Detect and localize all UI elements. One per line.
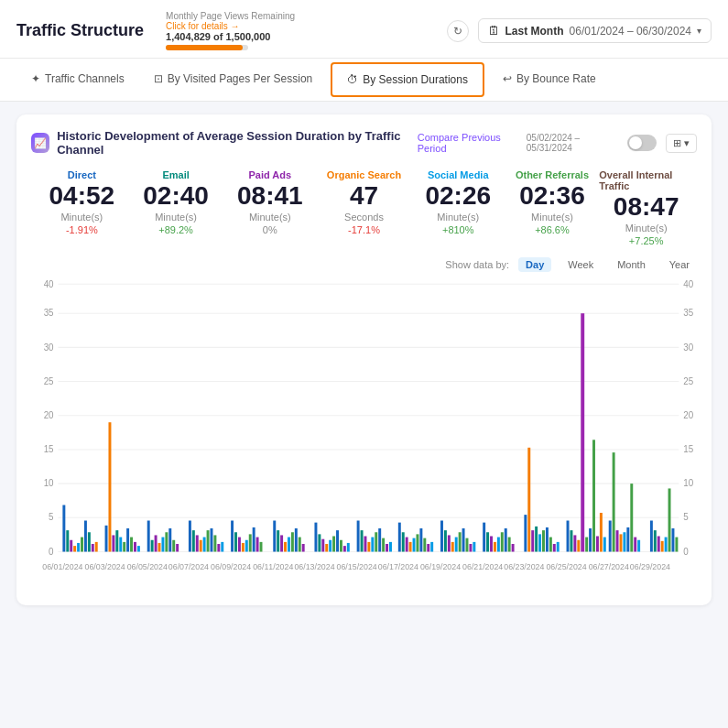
svg-text:15: 15 [683,444,693,454]
svg-rect-95 [361,530,364,551]
chart-title: Historic Development of Average Session … [57,129,418,157]
svg-rect-75 [273,520,276,551]
tab-traffic-channels[interactable]: ✦ Traffic Channels [16,63,139,96]
svg-rect-127 [494,542,496,552]
svg-rect-74 [260,542,263,552]
svg-rect-124 [483,522,485,551]
metric-internal-label: Overall Internal Traffic [599,169,693,191]
compare-toggle[interactable] [627,135,657,151]
svg-rect-30 [73,546,76,551]
svg-rect-69 [242,543,244,552]
svg-rect-97 [367,542,370,552]
svg-rect-87 [325,544,328,552]
nav-tabs: ✦ Traffic Channels ⊡ By Visited Pages Pe… [0,59,728,102]
svg-rect-141 [553,544,556,552]
svg-text:0: 0 [683,546,689,556]
chart-title-icon: 📈 [31,133,49,153]
chart-header-right: Compare Previous Period 05/02/2024 – 05/… [418,132,697,154]
metric-paid-label: Paid Ads [248,169,291,180]
svg-rect-115 [444,530,447,551]
view-options-button[interactable]: ⊞ ▾ [666,134,697,153]
svg-rect-35 [92,544,94,552]
metric-paid-ads: Paid Ads 08:41 Minute(s) 0% [223,169,317,235]
metric-email-value: 02:40 [143,182,209,211]
refresh-button[interactable]: ↻ [447,20,469,42]
period-month-button[interactable]: Month [610,257,653,272]
svg-rect-92 [343,546,346,551]
svg-rect-114 [440,520,443,551]
svg-rect-164 [654,530,657,551]
svg-rect-81 [295,528,298,552]
metric-paid-value: 08:41 [237,182,303,211]
svg-text:06/01/2024: 06/01/2024 [42,561,82,570]
svg-rect-36 [95,542,98,552]
svg-rect-71 [249,534,252,551]
metric-referrals-value: 02:36 [519,182,585,211]
svg-text:15: 15 [44,444,54,454]
svg-rect-86 [321,538,324,551]
toggle-knob [629,136,642,149]
page-views-label: Monthly Page Views Remaining [166,11,295,21]
svg-text:5: 5 [683,512,689,522]
period-year-button[interactable]: Year [662,257,697,272]
svg-rect-104 [398,522,401,551]
chevron-down-icon: ▾ [697,26,701,36]
svg-rect-63 [213,535,216,551]
svg-text:35: 35 [683,308,693,318]
metric-organic-change: -17.1% [348,224,380,235]
svg-rect-158 [623,532,625,551]
svg-text:0: 0 [49,546,54,556]
svg-rect-34 [88,532,91,551]
svg-rect-53 [168,528,171,552]
page-views-link[interactable]: Click for details → [166,21,295,31]
show-data-bar: Show data by: Day Week Month Year [31,257,697,272]
svg-text:06/27/2024: 06/27/2024 [589,561,629,570]
svg-rect-28 [66,530,69,551]
metric-paid-unit: Minute(s) [249,212,291,223]
svg-rect-29 [70,540,72,552]
svg-text:30: 30 [44,342,54,352]
svg-rect-128 [497,537,500,551]
svg-rect-139 [546,527,549,552]
chart-card: 📈 Historic Development of Average Sessio… [16,114,712,605]
svg-text:20: 20 [683,409,693,419]
compare-period-label: Compare Previous Period [418,132,521,154]
metric-direct-unit: Minute(s) [60,212,103,223]
period-week-button[interactable]: Week [560,257,601,272]
svg-rect-161 [634,537,636,551]
header-left: Traffic Structure Monthly Page Views Rem… [16,11,295,50]
svg-text:10: 10 [683,478,693,488]
svg-rect-79 [288,537,290,551]
svg-text:20: 20 [44,409,54,419]
metric-organic: Organic Search 47 Seconds -17.1% [317,169,411,235]
tab-session-durations[interactable]: ⏱ By Session Durations [331,62,484,97]
svg-rect-117 [451,542,454,552]
period-day-button[interactable]: Day [518,257,551,272]
tab-visited-pages[interactable]: ⊡ By Visited Pages Per Session [139,63,328,96]
metric-internal-unit: Minute(s) [625,223,668,234]
svg-rect-68 [238,537,241,551]
svg-rect-33 [84,520,87,551]
svg-rect-152 [600,513,603,552]
svg-rect-147 [581,313,584,551]
svg-rect-47 [147,520,150,551]
visited-pages-icon: ⊡ [154,72,163,85]
svg-rect-112 [427,544,429,552]
svg-rect-27 [62,505,65,551]
metric-direct-change: -1.91% [66,224,98,235]
svg-rect-70 [245,540,248,552]
svg-rect-67 [234,532,237,551]
svg-rect-150 [592,440,595,551]
svg-rect-168 [668,488,671,551]
date-range-button[interactable]: 🗓 Last Month 06/01/2024 – 06/30/2024 ▾ [478,18,712,43]
page-header: Traffic Structure Monthly Page Views Rem… [0,0,728,59]
svg-rect-73 [256,537,259,551]
svg-rect-72 [253,527,255,552]
svg-rect-111 [423,538,426,551]
svg-text:06/11/2024: 06/11/2024 [253,561,293,570]
metric-social-value: 02:26 [425,182,491,211]
metric-organic-value: 47 [350,182,378,211]
svg-rect-50 [158,543,161,552]
tab-bounce-rate[interactable]: ↩ By Bounce Rate [488,63,611,96]
svg-text:30: 30 [683,342,693,352]
